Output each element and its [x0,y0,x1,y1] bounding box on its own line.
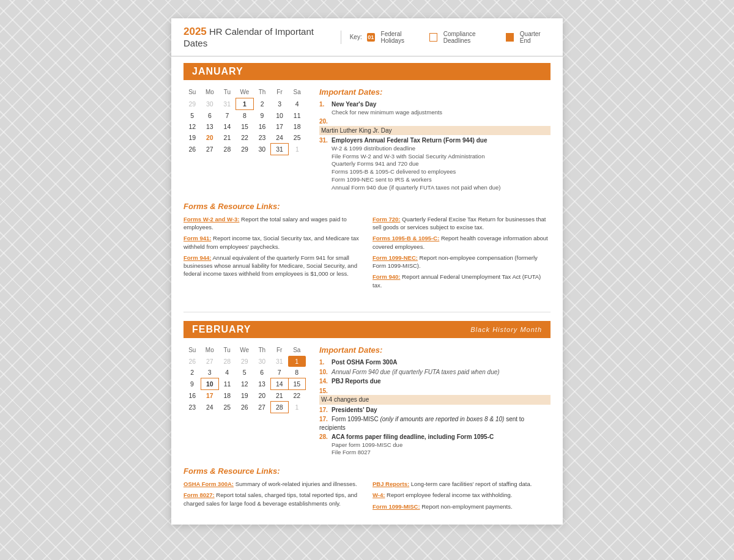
january-date-list: 1.New Year's DayCheck for new minimum wa… [319,100,550,192]
doc-header: 2025 HR Calendar of Important Dates Key:… [171,18,563,57]
date-list-item: 14.PBJ Reports due [319,377,550,386]
form-entry: OSHA Form 300A: Summary of work-related … [184,480,361,488]
form-link[interactable]: Forms 1095-B & 1095-C: [373,235,439,241]
february-title: FEBRUARY [192,324,251,335]
january-forms-columns: Forms W-2 and W-3: Report the total sala… [184,215,550,292]
calendar-day: 26 [236,402,254,413]
date-sub-item: Quarterly Forms 941 and 720 due [319,160,550,168]
january-calendar: Su Mo Tu We Th Fr Sa 2930311234567891011… [184,87,306,193]
date-list-item: 31.Employers Annual Federal Tax Return (… [319,136,550,191]
calendar-day: 1 [288,356,306,367]
calendar-day: 29 [236,356,254,367]
calendar-day: 28 [271,402,289,413]
calendar-day: 7 [218,110,236,122]
form-link[interactable]: Form 940: [373,273,400,280]
calendar-day: 11 [218,378,236,390]
february-header: FEBRUARY Black History Month [184,321,550,338]
calendar-day: 28 [218,144,236,155]
form-entry: Form 1099-NEC: Report non-employee compe… [373,254,550,270]
form-entry: Form 720: Quarterly Federal Excise Tax R… [373,215,550,232]
calendar-day: 17 [271,121,289,132]
day-label: Employers Annual Federal Tax Return (For… [332,137,487,144]
february-forms-col-right: OSHA Form 300A: Summary of work-related … [184,480,361,514]
form-link[interactable]: PBJ Reports: [373,481,409,487]
calendar-day: 13 [253,378,271,390]
document-page: 2025 HR Calendar of Important Dates Key:… [171,18,563,525]
day-number: 15. [319,387,332,396]
calendar-day: 27 [201,144,219,155]
calendar-day: 10 [271,110,289,122]
february-forms-title: Forms & Resource Links: [184,466,550,476]
calendar-day: 15 [236,121,254,132]
calendar-day: 9 [184,378,201,390]
day-label: Form 1099-MISC (only if amounts are repo… [319,416,524,431]
form-link[interactable]: Form 944: [184,254,211,261]
form-entry: Form 1099-MISC: Report non-employment pa… [373,503,550,510]
form-link[interactable]: Form 720: [373,216,400,223]
february-cal-grid: Su Mo Tu We Th Fr Sa 2627282930311234567… [184,345,306,413]
calendar-day: 17 [201,390,219,402]
key-compliance-square [429,33,437,42]
form-link[interactable]: Form 1099-NEC: [373,254,418,261]
form-link[interactable]: W-4: [373,492,385,498]
calendar-day: 28 [218,356,236,367]
col-we: We [236,87,254,98]
calendar-day: 1 [288,144,306,155]
january-important-title: Important Dates: [319,87,550,97]
calendar-day: 5 [184,110,201,122]
key-label: Key: [350,34,362,40]
form-link[interactable]: Form 8027: [184,492,215,498]
calendar-day: 6 [201,110,219,122]
day-label: New Year's Day [332,101,376,108]
form-desc: Long-term care facilities' report of sta… [409,481,532,487]
calendar-day: 22 [288,390,306,402]
calendar-day: 25 [218,402,236,413]
col-tu: Tu [218,87,236,98]
january-title: JANUARY [192,66,243,77]
col-tu: Tu [218,345,236,356]
february-subtitle: Black History Month [470,326,542,333]
form-link[interactable]: Form 941: [184,235,211,241]
calendar-day: 23 [253,132,271,144]
calendar-day: 31 [271,356,289,367]
calendar-day: 3 [201,367,219,378]
col-th: Th [253,87,271,98]
date-sub-item: File Form 8027 [319,449,550,457]
january-section: JANUARY Su Mo Tu We Th Fr Sa [171,63,563,303]
form-entry: Form 8027: Report total sales, charged t… [184,491,361,507]
calendar-day: 8 [288,367,306,378]
calendar-day: 24 [201,402,219,413]
day-label: W-4 changes due [319,395,550,405]
february-important-title: Important Dates: [319,345,550,355]
form-entry: Forms W-2 and W-3: Report the total sala… [184,215,361,232]
calendar-day: 19 [184,132,201,144]
day-number: 17. [319,415,332,424]
col-th: Th [253,345,271,356]
form-entry: W-4: Report employee federal income tax … [373,491,550,499]
date-sub-item: W-2 & 1099 distribution deadline [319,145,550,153]
calendar-day: 21 [271,390,289,402]
calendar-day: 15 [288,378,306,390]
form-link[interactable]: Forms W-2 and W-3: [184,216,239,223]
calendar-day: 19 [236,390,254,402]
col-sa: Sa [288,87,306,98]
day-number: 28. [319,433,332,441]
day-label: Annual Form 940 due (if quarterly FUTA t… [332,369,500,375]
calendar-day: 20 [201,132,219,144]
calendar-day: 24 [271,132,289,144]
january-important-dates: Important Dates: 1.New Year's DayCheck f… [319,87,550,193]
february-section: FEBRUARY Black History Month Su Mo Tu We… [171,321,563,525]
form-link[interactable]: Form 1099-MISC: [373,503,420,510]
calendar-day: 14 [218,121,236,132]
day-label: ACA forms paper filing deadline, includi… [332,433,494,440]
day-number: 14. [319,377,332,386]
calendar-day: 26 [184,144,201,155]
calendar-day: 9 [253,110,271,122]
january-body: Su Mo Tu We Th Fr Sa 2930311234567891011… [184,87,550,193]
form-link[interactable]: OSHA Form 300A: [184,481,234,487]
form-entry: Form 941: Report income tax, Social Secu… [184,234,361,251]
col-su: Su [184,87,201,98]
col-su: Su [184,345,201,356]
form-entry: Form 944: Annual equivalent of the quart… [184,254,361,278]
col-fr: Fr [271,87,289,98]
